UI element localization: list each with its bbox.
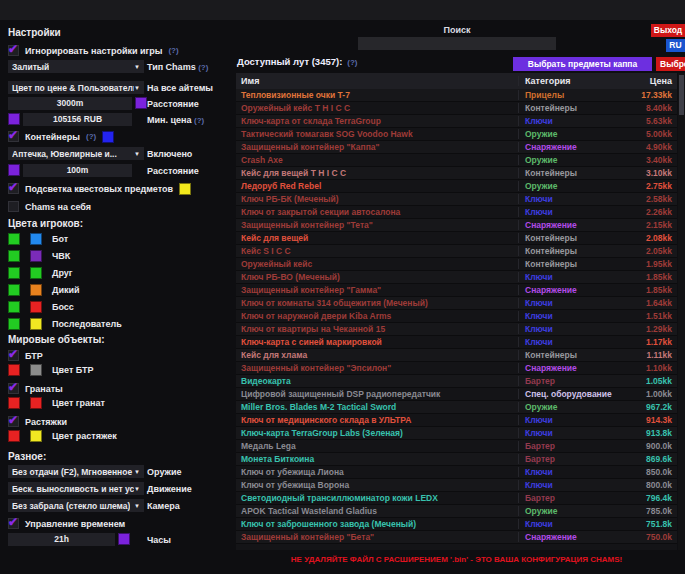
object-color-swatch[interactable]: [30, 430, 42, 442]
table-row[interactable]: Ключ от комнаты 314 общежития (Меченый) …: [236, 297, 677, 310]
table-row[interactable]: Защищенный контейнер "Тета" Снаряжение 2…: [236, 219, 677, 232]
checkbox-checked-icon[interactable]: ✔: [8, 131, 19, 142]
table-row[interactable]: Кейс для хлама Контейнеры 1.11kk: [236, 349, 677, 362]
search-input[interactable]: [358, 37, 556, 50]
min-price-input[interactable]: 105156 RUB: [23, 113, 132, 126]
table-row[interactable]: Ключ РБ-БК (Меченый) Ключи 2.58kk: [236, 193, 677, 206]
table-row[interactable]: Ключ от медицинского склада в УЛЬТРА Клю…: [236, 414, 677, 427]
column-header-name[interactable]: Имя: [236, 76, 518, 86]
table-row[interactable]: Светодиодный трансиллюминатор кожи LEDX …: [236, 492, 677, 505]
help-icon[interactable]: (?): [168, 46, 178, 55]
table-row[interactable]: Ключ-карта с синей маркировкой Ключи 1.1…: [236, 336, 677, 349]
type-color-swatch[interactable]: [30, 284, 42, 296]
visible-color-swatch[interactable]: [8, 301, 20, 313]
checkbox-row-containers[interactable]: ✔ Контейнеры (?): [8, 130, 114, 143]
table-row[interactable]: Ключ-карта от склада TerraGroup Ключи 5.…: [236, 115, 677, 128]
help-icon[interactable]: (?): [347, 58, 357, 67]
table-row[interactable]: Оружейный кейс Контейнеры 1.95kk: [236, 258, 677, 271]
table-row[interactable]: Монета Биткоина Бартер 869.6k: [236, 453, 677, 466]
type-color-swatch[interactable]: [30, 233, 42, 245]
drop-all-button[interactable]: Выбросить все: [656, 57, 685, 71]
container-distance-input[interactable]: 100m: [23, 164, 132, 177]
checkbox-checked-icon[interactable]: ✔: [8, 383, 19, 394]
table-row[interactable]: APOK Tactical Wasteland Gladius Оружие 7…: [236, 505, 677, 518]
chams-type-dropdown[interactable]: Залитый ▼: [8, 60, 144, 73]
select-kappa-items-button[interactable]: Выбрать предметы каппа: [513, 57, 652, 71]
help-icon[interactable]: (?): [86, 132, 96, 141]
distance-color-swatch[interactable]: [135, 97, 147, 109]
object-color-swatch[interactable]: [30, 364, 42, 376]
column-header-price[interactable]: Цена: [615, 76, 677, 86]
checkbox-checked-icon[interactable]: ✔: [8, 45, 19, 56]
table-row[interactable]: Кейс S I C C Контейнеры 2.05kk: [236, 245, 677, 258]
scrollbar-thumb[interactable]: [679, 75, 684, 115]
checkbox-checked-icon[interactable]: ✔: [8, 183, 19, 194]
camera-dropdown[interactable]: Без забрала (стекло шлема) ▼: [8, 499, 144, 512]
visible-color-swatch[interactable]: [8, 267, 20, 279]
type-color-swatch[interactable]: [30, 301, 42, 313]
visible-color-swatch[interactable]: [8, 318, 20, 330]
table-row[interactable]: Тепловизионные очки T-7 Прицелы 17.33kk: [236, 89, 677, 102]
checkbox-row-time-control[interactable]: ✔ Управление временем: [8, 517, 125, 530]
base-color-swatch[interactable]: [8, 397, 20, 409]
checkbox-row-tripwires[interactable]: ✔ Растяжки: [8, 415, 67, 428]
table-row[interactable]: Ключ от закрытой секции автосалона Ключи…: [236, 206, 677, 219]
quest-color-swatch[interactable]: [179, 183, 191, 195]
hours-color-swatch[interactable]: [118, 533, 130, 545]
table-row[interactable]: Ключ от убежища Лиона Ключи 850.0k: [236, 466, 677, 479]
container-types-dropdown[interactable]: Аптечка, Ювелирные и... ▼: [8, 147, 144, 160]
table-row[interactable]: Ключ от квартиры на Чеканной 15 Ключи 1.…: [236, 323, 677, 336]
base-color-swatch[interactable]: [8, 430, 20, 442]
table-row[interactable]: Оружейный кейс T H I C C Контейнеры 8.40…: [236, 102, 677, 115]
table-row[interactable]: Видеокарта Бартер 1.05kk: [236, 375, 677, 388]
table-row[interactable]: Ключ от заброшенного завода (Меченый) Кл…: [236, 518, 677, 531]
help-icon[interactable]: (?): [194, 116, 204, 125]
table-row[interactable]: Тактический томагавк SOG Voodoo Hawk Ору…: [236, 128, 677, 141]
table-scrollbar[interactable]: [678, 73, 685, 550]
table-row[interactable]: Защищенный контейнер "Каппа" Снаряжение …: [236, 141, 677, 154]
checkbox-row-quest-highlight[interactable]: ✔ Подсветка квестовых предметов: [8, 182, 191, 195]
table-row[interactable]: Медаль Lega Бартер 900.0k: [236, 440, 677, 453]
object-color-swatch[interactable]: [30, 397, 42, 409]
table-row[interactable]: Ключ от наружной двери Kiba Arms Ключи 1…: [236, 310, 677, 323]
container-distance-color-swatch[interactable]: [8, 164, 20, 176]
hours-input[interactable]: 21h: [8, 533, 115, 546]
containers-color-swatch[interactable]: [102, 131, 114, 143]
checkbox-row-grenades[interactable]: ✔ Гранаты: [8, 382, 63, 395]
table-row[interactable]: Miller Bros. Blades M-2 Tactical Sword О…: [236, 401, 677, 414]
table-row[interactable]: Ключ от убежища Ворона Ключи 800.0k: [236, 479, 677, 492]
exit-button[interactable]: Выход: [651, 24, 685, 37]
language-button[interactable]: RU: [666, 39, 685, 52]
weapon-dropdown[interactable]: Без отдачи (F2), Мгновенное п ▼: [8, 465, 144, 478]
type-color-swatch[interactable]: [30, 267, 42, 279]
distance-input[interactable]: 3000m: [8, 97, 132, 110]
checkbox-checked-icon[interactable]: ✔: [8, 416, 19, 427]
base-color-swatch[interactable]: [8, 364, 20, 376]
checkbox-row-ignore-game-settings[interactable]: ✔ Игнорировать настройки игры (?): [8, 44, 179, 57]
type-color-swatch[interactable]: [30, 250, 42, 262]
table-row[interactable]: Ледоруб Red Rebel Оружие 2.75kk: [236, 180, 677, 193]
type-color-swatch[interactable]: [30, 318, 42, 330]
table-row[interactable]: Кейс для вещей T H I C C Контейнеры 3.10…: [236, 167, 677, 180]
min-price-color-swatch[interactable]: [8, 113, 20, 125]
table-row[interactable]: Защищенный контейнер "Эпсилон" Снаряжени…: [236, 362, 677, 375]
table-row[interactable]: Кейс для вещей Контейнеры 2.08kk: [236, 232, 677, 245]
table-row[interactable]: [236, 544, 677, 550]
table-row[interactable]: Ключ-карта TerraGroup Labs (Зеленая) Клю…: [236, 427, 677, 440]
visible-color-swatch[interactable]: [8, 233, 20, 245]
table-row[interactable]: Цифровой защищенный DSP радиопередатчик …: [236, 388, 677, 401]
table-row[interactable]: Защищенный контейнер "Бета" Снаряжение 7…: [236, 531, 677, 544]
checkbox-checked-icon[interactable]: ✔: [8, 350, 19, 361]
checkbox-unchecked-icon[interactable]: [8, 201, 19, 212]
column-header-category[interactable]: Категория: [518, 76, 615, 86]
checkbox-checked-icon[interactable]: ✔: [8, 518, 19, 529]
movement-dropdown[interactable]: Беск. выносливость и нет уста ▼: [8, 482, 144, 495]
table-row[interactable]: Crash Axe Оружие 3.40kk: [236, 154, 677, 167]
visible-color-swatch[interactable]: [8, 250, 20, 262]
table-row[interactable]: Защищенный контейнер "Гамма" Снаряжение …: [236, 284, 677, 297]
help-icon[interactable]: (?): [198, 63, 208, 72]
checkbox-row-chams-self[interactable]: Chams на себя: [8, 200, 91, 213]
table-row[interactable]: Ключ РБ-ВО (Меченый) Ключи 1.85kk: [236, 271, 677, 284]
visible-color-swatch[interactable]: [8, 284, 20, 296]
checkbox-row-btr[interactable]: ✔ БТР: [8, 349, 43, 362]
